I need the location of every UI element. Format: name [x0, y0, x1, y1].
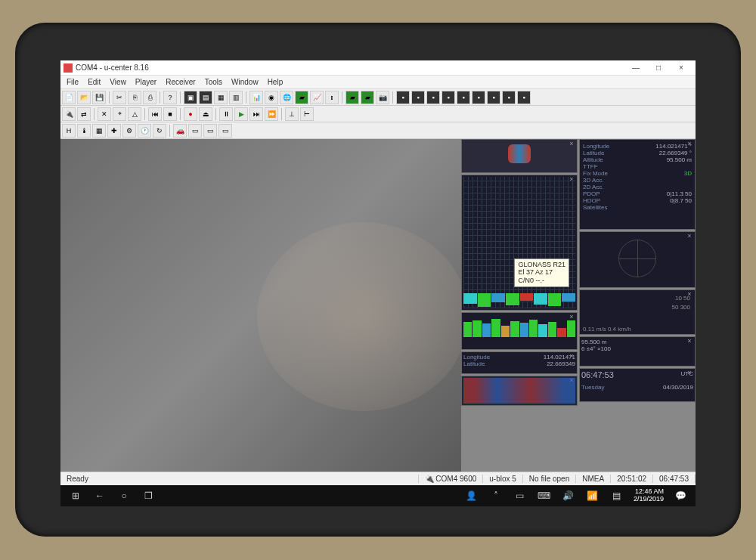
tool-text-icon[interactable]: ▤: [199, 91, 212, 104]
menu-file[interactable]: File: [62, 76, 83, 88]
tool-skip-fwd-icon[interactable]: ⏩: [265, 107, 278, 121]
tool-step-icon[interactable]: ⏭: [249, 107, 263, 121]
tray-input-icon[interactable]: ▤: [605, 485, 629, 506]
speed-panel[interactable]: × 10 50 50 300 0.11 m/s 0.4 km/h: [579, 289, 696, 335]
tool-skip-back-icon[interactable]: ⏮: [148, 107, 162, 121]
tool-connect-icon[interactable]: 🔌: [62, 107, 76, 121]
tray-people-icon[interactable]: 👤: [460, 485, 484, 506]
tool-msg-icon[interactable]: ▣: [184, 91, 197, 104]
tool-dock6-icon[interactable]: ▪: [472, 91, 485, 104]
tool-open-icon[interactable]: 📂: [77, 91, 91, 104]
tool-binary-icon[interactable]: ▥: [229, 91, 243, 104]
lon-label: Longitude: [463, 354, 490, 360]
tool-crosshair-icon[interactable]: ✕: [98, 107, 111, 121]
tool-satpos-icon[interactable]: ◉: [265, 91, 278, 104]
tool-gear-icon[interactable]: ⚙: [122, 124, 136, 138]
tool-eject-icon[interactable]: ⏏: [199, 107, 212, 121]
tray-up-icon[interactable]: ˄: [484, 485, 508, 506]
tool-dev2-icon[interactable]: ▰: [361, 91, 374, 104]
tool-copy-icon[interactable]: ⎘: [128, 91, 141, 104]
tool-dock9-icon[interactable]: ▪: [517, 91, 531, 104]
tool-rect1-icon[interactable]: ▭: [188, 124, 202, 138]
main-view[interactable]: [60, 139, 461, 472]
compass-panel[interactable]: ×: [461, 376, 578, 406]
tray-battery-icon[interactable]: ▭: [508, 485, 532, 506]
minimize-button[interactable]: —: [624, 61, 647, 75]
close-button[interactable]: ×: [670, 61, 692, 75]
signal-history-panel[interactable]: ×: [461, 312, 578, 350]
satellite-sky-panel[interactable]: ×: [461, 139, 578, 173]
notification-icon[interactable]: 💬: [668, 485, 692, 506]
data-info-panel[interactable]: × Longitude114.021471 ° Latitude22.66934…: [579, 139, 696, 230]
tool-dock2-icon[interactable]: ▪: [411, 91, 425, 104]
close-icon[interactable]: ×: [686, 140, 693, 147]
tool-calc-icon[interactable]: ▦: [92, 124, 106, 138]
tool-car-icon[interactable]: 🚗: [173, 124, 187, 138]
tool-misc2-icon[interactable]: ⊢: [300, 107, 314, 121]
cortana-icon[interactable]: ○: [112, 485, 136, 506]
tool-record-icon[interactable]: ●: [184, 107, 197, 121]
clock-panel[interactable]: × 06:47:53UTC Tuesday04/30/2019: [579, 368, 696, 402]
tool-satlevel-icon[interactable]: 📊: [249, 91, 263, 104]
close-icon[interactable]: ×: [568, 352, 575, 360]
windows-taskbar[interactable]: ⊞ ← ○ ❐ 👤 ˄ ▭ ⌨ 🔊 📶 ▤ 12:46 AM 2/19/2019…: [60, 485, 696, 506]
tool-stop-icon[interactable]: ■: [163, 107, 177, 121]
tray-keyboard-icon[interactable]: ⌨: [532, 485, 556, 506]
taskbar-clock[interactable]: 12:46 AM 2/19/2019: [629, 488, 668, 503]
tool-chart-icon[interactable]: 📈: [310, 91, 324, 104]
menu-view[interactable]: View: [105, 76, 131, 88]
tool-dock1-icon[interactable]: ▪: [396, 91, 410, 104]
close-icon[interactable]: ×: [568, 140, 575, 147]
tool-hist-icon[interactable]: ⫾: [325, 91, 339, 104]
tray-volume-icon[interactable]: 🔊: [556, 485, 581, 506]
tool-camera-icon[interactable]: 📷: [376, 91, 389, 104]
tool-dev1-icon[interactable]: ▰: [345, 91, 359, 104]
tool-cut-icon[interactable]: ✂: [113, 91, 126, 104]
close-icon[interactable]: ×: [686, 337, 693, 345]
menu-window[interactable]: Window: [227, 76, 263, 88]
close-icon[interactable]: ×: [686, 232, 693, 240]
tool-dock8-icon[interactable]: ▪: [502, 91, 516, 104]
back-icon[interactable]: ←: [88, 485, 112, 506]
tool-misc1-icon[interactable]: ⊥: [285, 107, 299, 121]
tool-dock4-icon[interactable]: ▪: [442, 91, 455, 104]
tool-map-icon[interactable]: ▰: [295, 91, 308, 104]
start-button[interactable]: ⊞: [64, 485, 88, 506]
status-time1: 20:51:02: [611, 475, 653, 483]
tool-packet-icon[interactable]: ▦: [214, 91, 228, 104]
menu-edit[interactable]: Edit: [83, 76, 105, 88]
tool-h-icon[interactable]: H: [62, 124, 76, 138]
tool-rect2-icon[interactable]: ▭: [203, 124, 217, 138]
menu-receiver[interactable]: Receiver: [161, 76, 200, 88]
tool-refresh-icon[interactable]: ↻: [153, 124, 166, 138]
menu-help[interactable]: Help: [263, 76, 288, 88]
tool-world-icon[interactable]: 🌐: [280, 91, 293, 104]
tool-dock7-icon[interactable]: ▪: [487, 91, 500, 104]
tool-thermo-icon[interactable]: 🌡: [77, 124, 91, 138]
tool-plus-icon[interactable]: ✚: [107, 124, 121, 138]
tool-clock-icon[interactable]: 🕐: [138, 124, 151, 138]
tool-dock3-icon[interactable]: ▪: [426, 91, 440, 104]
tool-dock5-icon[interactable]: ▪: [457, 91, 470, 104]
tool-target-icon[interactable]: ⌖: [113, 107, 126, 121]
tool-play-icon[interactable]: ▶: [234, 107, 248, 121]
menu-tools[interactable]: Tools: [200, 76, 227, 88]
tool-pause-icon[interactable]: ⏸: [219, 107, 233, 121]
position-panel[interactable]: Longitude114.021471 Latitude22.669349 ×: [461, 351, 578, 374]
tool-print-icon[interactable]: ⎙: [143, 91, 156, 104]
taskview-icon[interactable]: ❐: [136, 485, 160, 506]
maximize-button[interactable]: □: [647, 61, 670, 75]
tool-help-icon[interactable]: ?: [163, 91, 177, 104]
menu-player[interactable]: Player: [131, 76, 161, 88]
tool-signal-icon[interactable]: △: [128, 107, 141, 121]
satellite-level-panel[interactable]: ×: [461, 175, 578, 311]
tool-new-icon[interactable]: 📄: [62, 91, 76, 104]
tool-baud-icon[interactable]: ⇄: [77, 107, 91, 121]
tray-wifi-icon[interactable]: 📶: [581, 485, 605, 506]
close-icon[interactable]: ×: [568, 313, 575, 320]
altitude-panel[interactable]: × 95.500 m 6 ±4° ×100: [579, 336, 696, 367]
deviation-panel[interactable]: ×: [579, 231, 696, 288]
tool-rect3-icon[interactable]: ▭: [218, 124, 232, 138]
tool-save-icon[interactable]: 💾: [92, 91, 106, 104]
close-icon[interactable]: ×: [686, 369, 693, 376]
